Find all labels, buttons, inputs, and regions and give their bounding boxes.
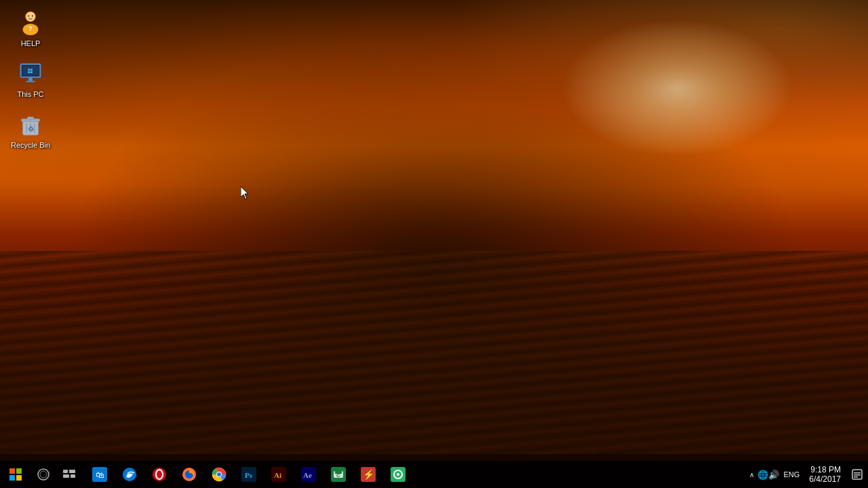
svg-rect-17: [27, 117, 34, 120]
recycle-bin-icon-label: Recycle Bin: [11, 141, 50, 150]
desktop-icon-thispc[interactable]: This PC: [7, 58, 54, 102]
svg-point-2: [26, 12, 35, 21]
svg-text:Ai: Ai: [274, 471, 281, 479]
svg-point-4: [32, 15, 33, 16]
svg-rect-14: [31, 71, 33, 73]
svg-rect-11: [28, 69, 30, 71]
tray-volume-icon[interactable]: 🔊: [768, 470, 779, 480]
clock-time: 9:18 PM: [810, 465, 841, 474]
task-view-button[interactable]: [56, 461, 82, 488]
svg-text:♻: ♻: [28, 125, 34, 133]
svg-rect-26: [16, 475, 22, 481]
mouse-cursor: [241, 186, 252, 203]
system-clock[interactable]: 9:18 PM 6/4/2017: [804, 465, 846, 484]
svg-text:?: ?: [28, 24, 33, 32]
svg-text:⚡: ⚡: [363, 469, 375, 481]
svg-text:🛍: 🛍: [96, 470, 104, 480]
svg-text:Ps: Ps: [245, 471, 253, 479]
help-icon-label: HELP: [21, 39, 41, 48]
taskbar-app-photoshop[interactable]: Ps: [234, 461, 264, 488]
taskbar-app-illustrator[interactable]: Ai: [264, 461, 294, 488]
thispc-icon: [17, 60, 44, 87]
help-icon: ?: [17, 9, 44, 37]
svg-rect-10: [26, 81, 35, 83]
svg-point-3: [28, 15, 29, 16]
tray-language-indicator[interactable]: ENG: [779, 470, 804, 479]
svg-text:C: C: [336, 472, 340, 479]
tray-network-icon[interactable]: 🌐: [757, 470, 768, 480]
taskbar-app-opera[interactable]: [144, 461, 174, 488]
svg-rect-29: [63, 470, 68, 473]
taskbar-app-green1[interactable]: C: [323, 461, 353, 488]
start-button[interactable]: [0, 461, 31, 488]
clock-date: 6/4/2017: [809, 474, 841, 484]
system-tray: ∧ 🌐 🔊 ENG 9:18 PM 6/4/2017: [746, 461, 868, 488]
svg-point-58: [397, 473, 399, 476]
svg-rect-25: [9, 475, 15, 481]
thispc-icon-label: This PC: [17, 90, 43, 99]
cortana-search-button[interactable]: [31, 461, 56, 488]
taskbar-app-firefox[interactable]: [174, 461, 204, 488]
desktop-icons-area: ? HELP: [7, 7, 54, 153]
svg-point-27: [38, 469, 49, 480]
svg-rect-12: [31, 69, 33, 71]
svg-rect-60: [854, 472, 861, 474]
desktop-icon-help[interactable]: ? HELP: [7, 7, 54, 51]
svg-point-43: [217, 472, 221, 476]
pinned-apps-area: 🛍: [85, 461, 413, 488]
recycle-bin-icon: ♻: [17, 111, 44, 138]
svg-rect-9: [28, 78, 33, 81]
svg-rect-62: [854, 476, 858, 478]
svg-rect-32: [71, 474, 75, 478]
svg-text:Ae: Ae: [303, 471, 312, 479]
svg-rect-13: [28, 71, 30, 73]
svg-rect-24: [16, 468, 22, 474]
tray-overflow-button[interactable]: ∧: [746, 471, 757, 479]
taskbar-app-edge[interactable]: [115, 461, 144, 488]
action-center-button[interactable]: [846, 461, 868, 488]
desktop-icon-recycle-bin[interactable]: ♻ Recycle Bin: [7, 108, 54, 152]
svg-rect-23: [9, 468, 15, 474]
taskbar-app-after-effects[interactable]: Ae: [294, 461, 323, 488]
taskbar-app-green2[interactable]: [383, 461, 413, 488]
desktop: ? HELP: [0, 0, 868, 488]
svg-rect-61: [854, 474, 861, 476]
svg-marker-22: [241, 186, 248, 199]
svg-rect-31: [63, 474, 69, 478]
taskbar: 🛍: [0, 461, 868, 488]
svg-rect-30: [69, 470, 75, 473]
taskbar-app-red[interactable]: ⚡: [353, 461, 383, 488]
taskbar-app-chrome[interactable]: [204, 461, 234, 488]
svg-point-28: [40, 471, 47, 478]
taskbar-app-store[interactable]: 🛍: [85, 461, 115, 488]
